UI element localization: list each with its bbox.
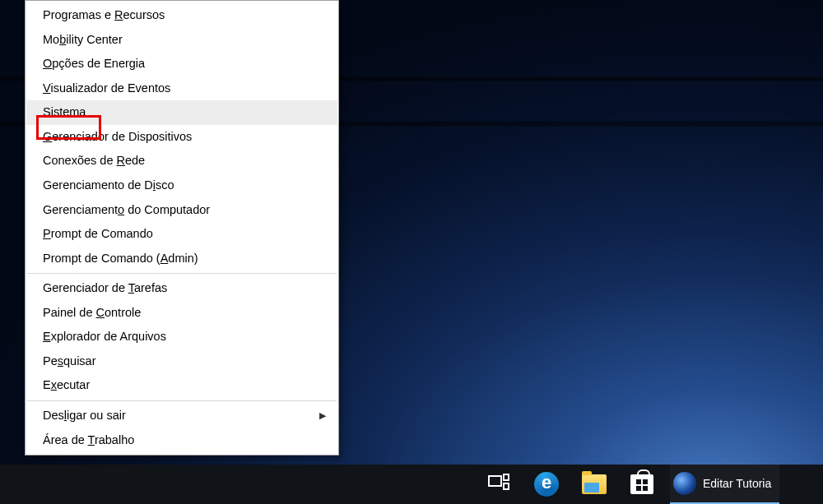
menu-item-label: Gerenciador de Tarefas (43, 280, 167, 297)
task-view-icon (488, 474, 509, 495)
menu-item-gerenciador-de-tarefas[interactable]: Gerenciador de Tarefas (26, 276, 337, 301)
menu-item-programas-e-recursos[interactable]: Programas e Recursos (26, 3, 337, 28)
menu-item-label: Conexões de Rede (43, 153, 145, 169)
menu-item-pesquisar[interactable]: Pesquisar (26, 349, 337, 374)
menu-item-label: Explorador de Arquivos (43, 329, 166, 345)
menu-item-label: Executar (43, 377, 90, 394)
menu-item-desligar-ou-sair[interactable]: Desligar ou sair▶ (26, 404, 337, 428)
menu-item-label: Pesquisar (43, 354, 96, 370)
menu-item-prompt-de-comando-admin[interactable]: Prompt de Comando (Admin) (26, 247, 337, 271)
menu-item-op-es-de-energia[interactable]: Opções de Energia (26, 52, 337, 76)
store-button[interactable] (622, 465, 662, 504)
menu-item-explorador-de-arquivos[interactable]: Explorador de Arquivos (26, 325, 337, 349)
menu-item-label: Programas e Recursos (43, 7, 165, 24)
menu-item-sistema[interactable]: Sistema (26, 100, 337, 125)
menu-item-mobility-center[interactable]: Mobility Center (26, 28, 337, 53)
folder-icon (582, 474, 607, 494)
menu-item-executar[interactable]: Executar (26, 373, 337, 398)
file-explorer-button[interactable] (574, 465, 614, 504)
globe-icon (673, 472, 696, 495)
menu-separator (27, 400, 337, 401)
svg-rect-1 (504, 474, 509, 480)
edge-browser-button[interactable] (527, 465, 566, 504)
chevron-right-icon: ▶ (319, 409, 326, 422)
menu-item-label: Painel de Controle (43, 305, 141, 321)
svg-rect-0 (489, 476, 501, 486)
menu-item-label: Visualizador de Eventos (43, 81, 170, 97)
menu-item-gerenciamento-de-disco[interactable]: Gerenciamento de Disco (26, 173, 337, 198)
menu-item-label: Área de Trabalho (43, 432, 134, 449)
menu-item-label: Gerenciamento de Disco (43, 178, 174, 194)
taskbar: Editar Tutoria (0, 465, 823, 504)
menu-item-label: Prompt de Comando (43, 226, 153, 243)
edge-icon (534, 472, 559, 497)
menu-item-rea-de-trabalho[interactable]: Área de Trabalho (26, 428, 337, 453)
menu-item-visualizador-de-eventos[interactable]: Visualizador de Eventos (26, 76, 337, 101)
menu-item-label: Opções de Energia (43, 56, 145, 72)
menu-item-label: Mobility Center (43, 32, 123, 49)
menu-separator (27, 273, 337, 274)
winx-context-menu: Programas e RecursosMobility CenterOpçõe… (25, 0, 339, 455)
menu-item-painel-de-controle[interactable]: Painel de Controle (26, 301, 337, 326)
taskbar-app-button[interactable]: Editar Tutoria (670, 465, 779, 504)
menu-item-label: Prompt de Comando (Admin) (43, 251, 198, 267)
store-icon (630, 474, 653, 494)
menu-item-label: Sistema (43, 104, 86, 121)
menu-item-label: Gerenciador de Dispositivos (43, 129, 192, 146)
menu-item-label: Desligar ou sair (43, 408, 126, 424)
taskbar-app-label: Editar Tutoria (703, 477, 771, 490)
menu-item-gerenciamento-do-computador[interactable]: Gerenciamento do Computador (26, 198, 337, 223)
menu-item-conex-es-de-rede[interactable]: Conexões de Rede (26, 149, 337, 173)
menu-item-prompt-de-comando[interactable]: Prompt de Comando (26, 222, 337, 247)
task-view-button[interactable] (479, 465, 518, 504)
svg-rect-2 (504, 483, 509, 489)
menu-item-label: Gerenciamento do Computador (43, 202, 210, 219)
menu-item-gerenciador-de-dispositivos[interactable]: Gerenciador de Dispositivos (26, 125, 337, 150)
